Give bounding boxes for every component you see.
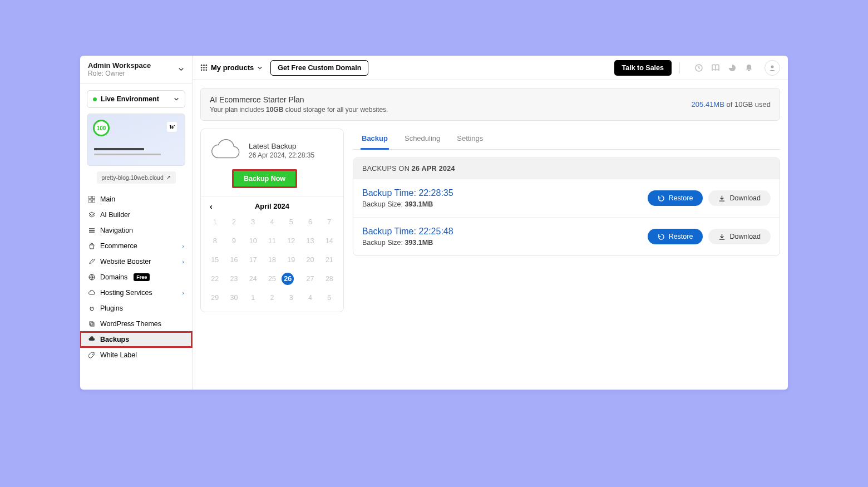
svg-point-10 xyxy=(206,65,208,66)
workspace-selector[interactable]: Admin Workspace Role: Owner xyxy=(80,56,192,83)
calendar-day[interactable]: 3 xyxy=(244,216,263,228)
calendar-day[interactable]: 1 xyxy=(244,292,263,304)
nav-ecommerce[interactable]: Ecommerce› xyxy=(80,238,192,254)
backup-size: Backup Size: 393.1MB xyxy=(362,239,453,247)
svg-point-12 xyxy=(203,67,205,68)
calendar-day[interactable]: 7 xyxy=(320,216,339,228)
chevron-down-icon xyxy=(257,65,263,71)
svg-point-9 xyxy=(203,65,205,66)
bag-icon xyxy=(88,243,95,250)
tab-settings[interactable]: Settings xyxy=(456,129,484,149)
status-dot-icon xyxy=(93,97,97,101)
calendar-day[interactable]: 10 xyxy=(244,235,263,247)
calendar-day[interactable]: 2 xyxy=(263,292,282,304)
restore-button[interactable]: Restore xyxy=(648,229,703,244)
backup-size: Backup Size: 393.1MB xyxy=(362,200,453,208)
nav-plugins[interactable]: Plugins xyxy=(80,301,192,316)
bell-icon[interactable] xyxy=(744,63,753,72)
calendar-day[interactable]: 14 xyxy=(320,235,339,247)
svg-rect-6 xyxy=(91,323,94,326)
download-button[interactable]: Download xyxy=(708,229,771,244)
calendar-day[interactable]: 6 xyxy=(300,216,319,228)
nav-hosting[interactable]: Hosting Services› xyxy=(80,285,192,301)
calendar-day[interactable]: 19 xyxy=(282,254,300,266)
custom-domain-button[interactable]: Get Free Custom Domain xyxy=(270,60,368,76)
calendar-day[interactable]: 25 xyxy=(263,273,282,285)
book-icon[interactable] xyxy=(711,63,720,72)
calendar-day[interactable]: 30 xyxy=(224,292,243,304)
site-preview[interactable]: 100 W xyxy=(87,114,185,166)
plug-icon xyxy=(88,305,95,312)
calendar-day[interactable]: 18 xyxy=(263,254,282,266)
calendar-day[interactable]: 24 xyxy=(244,273,263,285)
svg-point-8 xyxy=(201,65,203,66)
svg-point-13 xyxy=(206,67,208,68)
calendar-day[interactable]: 4 xyxy=(300,292,319,304)
talk-to-sales-button[interactable]: Talk to Sales xyxy=(614,60,672,76)
domain-chip[interactable]: pretty-blog.10web.cloud xyxy=(97,171,176,184)
restore-button[interactable]: Restore xyxy=(648,190,703,206)
svg-point-11 xyxy=(201,67,203,68)
calendar-day[interactable]: 9 xyxy=(224,235,243,247)
chevron-down-icon xyxy=(178,66,184,72)
tab-backup[interactable]: Backup xyxy=(361,129,389,150)
latest-backup-date: 26 Apr 2024, 22:28:35 xyxy=(249,151,314,159)
backup-panel: Latest Backup 26 Apr 2024, 22:28:35 Back… xyxy=(200,129,344,312)
calendar-day[interactable]: 4 xyxy=(263,216,282,228)
calendar-prev-button[interactable]: ‹ xyxy=(210,202,213,211)
main-content: My products Get Free Custom Domain Talk … xyxy=(193,56,788,390)
backup-row: Backup Time: 22:28:35 Backup Size: 393.1… xyxy=(353,179,780,217)
calendar-day[interactable]: 26 xyxy=(282,273,294,285)
calendar-day[interactable]: 28 xyxy=(320,273,339,285)
calendar-day[interactable]: 5 xyxy=(282,216,300,228)
tab-scheduling[interactable]: Scheduling xyxy=(403,129,441,149)
calendar-day[interactable]: 11 xyxy=(263,235,282,247)
calendar-day[interactable]: 3 xyxy=(282,292,300,304)
nav-website-booster[interactable]: Website Booster› xyxy=(80,254,192,269)
rocket-icon xyxy=(88,258,95,265)
nav-themes[interactable]: WordPress Themes xyxy=(80,316,192,332)
calendar-day[interactable]: 15 xyxy=(205,254,224,266)
svg-point-16 xyxy=(206,70,208,71)
calendar-day[interactable]: 17 xyxy=(244,254,263,266)
download-button[interactable]: Download xyxy=(708,190,771,206)
my-products-menu[interactable]: My products xyxy=(200,63,263,72)
svg-point-7 xyxy=(92,354,93,355)
calendar-day[interactable]: 21 xyxy=(320,254,339,266)
calendar-day[interactable]: 16 xyxy=(224,254,243,266)
calendar-day[interactable]: 8 xyxy=(205,235,224,247)
calendar-day[interactable]: 27 xyxy=(300,273,319,285)
calendar-day[interactable]: 12 xyxy=(282,235,300,247)
svg-point-14 xyxy=(201,70,203,71)
backup-list: BACKUPS ON 26 APR 2024 Backup Time: 22:2… xyxy=(353,158,780,256)
calendar-day[interactable]: 22 xyxy=(205,273,224,285)
latest-backup-label: Latest Backup xyxy=(249,142,314,150)
calendar-day[interactable]: 23 xyxy=(224,273,243,285)
environment-selector[interactable]: Live Environment xyxy=(87,90,185,108)
calendar-day[interactable]: 2 xyxy=(224,216,243,228)
backup-time: Backup Time: 22:28:35 xyxy=(362,188,453,198)
apps-icon xyxy=(200,64,208,71)
plan-usage: 205.41MB of 10GB used xyxy=(692,100,771,109)
nav-domains[interactable]: DomainsFree xyxy=(80,269,192,285)
calendar-day[interactable]: 5 xyxy=(320,292,339,304)
nav-ai-builder[interactable]: AI Builder xyxy=(80,207,192,223)
backup-now-button[interactable]: Backup Now xyxy=(232,169,297,188)
grid-icon xyxy=(88,196,95,203)
calendar-day[interactable]: 1 xyxy=(205,216,224,228)
nav-backups[interactable]: Backups xyxy=(80,332,192,347)
list-header: BACKUPS ON 26 APR 2024 xyxy=(353,158,780,179)
domain-label: pretty-blog.10web.cloud xyxy=(101,174,164,181)
calendar-day[interactable]: 13 xyxy=(300,235,319,247)
nav-main[interactable]: Main xyxy=(80,191,192,207)
sidebar-nav: Main AI Builder Navigation Ecommerce› We… xyxy=(80,191,192,363)
nav-white-label[interactable]: White Label xyxy=(80,347,192,363)
avatar[interactable] xyxy=(765,60,780,76)
calendar-day[interactable]: 20 xyxy=(300,254,319,266)
chevron-right-icon: › xyxy=(182,258,184,265)
chart-icon[interactable] xyxy=(728,63,737,72)
calendar-day[interactable]: 29 xyxy=(205,292,224,304)
clock-icon[interactable] xyxy=(694,63,703,72)
nav-navigation[interactable]: Navigation xyxy=(80,223,192,238)
svg-rect-0 xyxy=(88,196,91,199)
